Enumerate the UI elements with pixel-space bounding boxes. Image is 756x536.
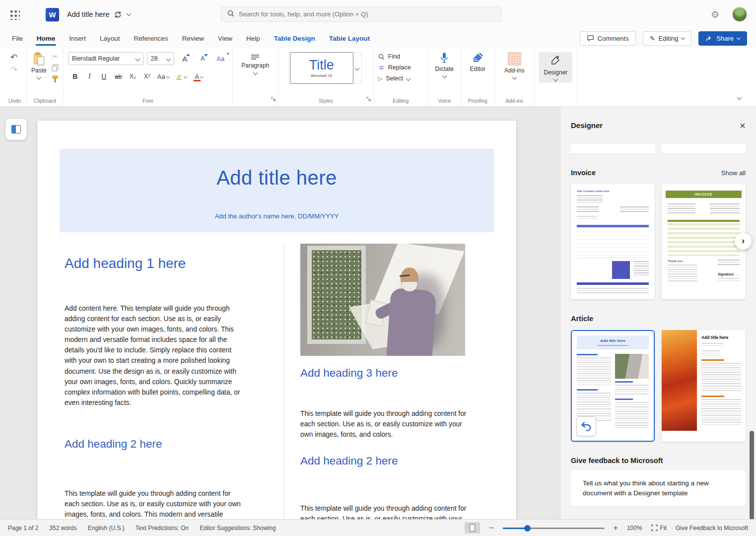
tab-table-layout[interactable]: Table Layout — [322, 29, 377, 48]
text-predictions-status[interactable]: Text Predictions: On — [136, 525, 189, 532]
word-count-status[interactable]: 352 words — [49, 525, 76, 532]
editor-button[interactable]: Editor — [470, 52, 485, 72]
tab-file[interactable]: File — [5, 29, 30, 48]
redo-button[interactable]: ↷ — [10, 66, 17, 74]
bold-button[interactable]: B — [68, 70, 82, 82]
doc-body-paragraph[interactable]: This template will guide you through add… — [65, 488, 244, 519]
paragraph-icon — [251, 54, 260, 60]
shrink-font-button[interactable]: A — [196, 53, 210, 65]
change-case-button[interactable]: Aa — [154, 70, 172, 82]
feedback-link[interactable]: Give Feedback to Microsoft — [676, 525, 748, 532]
tab-layout[interactable]: Layout — [93, 29, 127, 48]
underline-button[interactable]: U — [97, 70, 111, 82]
designer-button[interactable]: Designer — [539, 52, 572, 83]
italic-button[interactable]: I — [82, 70, 97, 82]
document-left-column[interactable]: Add heading 1 here Add content here. Thi… — [65, 256, 244, 519]
styles-dialog-launcher-icon[interactable] — [366, 94, 371, 103]
revert-design-button[interactable] — [576, 416, 596, 436]
editor-suggestions-status[interactable]: Editor Suggestions: Showing — [200, 525, 275, 532]
document-title-text[interactable]: Add title here — [216, 167, 337, 189]
highlight-icon — [176, 73, 183, 80]
paragraph-dialog-launcher-icon[interactable] — [271, 94, 275, 103]
collapse-ribbon-chevron[interactable] — [738, 92, 741, 101]
tab-home[interactable]: Home — [30, 29, 63, 48]
document-title-banner[interactable]: Add title here Add the author's name her… — [60, 149, 494, 232]
styles-gallery-chevron[interactable] — [353, 52, 362, 84]
replace-button[interactable]: Replace — [378, 64, 411, 71]
autosave-status-icon[interactable] — [114, 10, 122, 19]
tab-references[interactable]: References — [127, 29, 175, 48]
undo-button[interactable]: ↶ — [10, 53, 17, 62]
find-icon — [378, 54, 385, 60]
zoom-in-button[interactable]: + — [614, 524, 618, 532]
undo-group: ↶ ↷ Undo — [3, 48, 27, 106]
highlight-button[interactable] — [172, 70, 190, 82]
editing-mode-button[interactable]: ✎ Editing — [643, 31, 692, 46]
tab-help[interactable]: Help — [239, 29, 267, 48]
find-button[interactable]: Find — [378, 53, 411, 60]
search-bar[interactable] — [221, 6, 501, 22]
document-name-chevron-icon[interactable] — [127, 11, 132, 16]
zoom-slider[interactable] — [503, 524, 605, 532]
doc-body-paragraph[interactable]: Add content here. This template will gui… — [65, 303, 244, 408]
text-effects-button[interactable]: Aa✦ — [213, 53, 228, 65]
doc-heading-2-left[interactable]: Add heading 2 here — [65, 438, 244, 451]
font-size-select[interactable]: 28 — [147, 52, 174, 65]
document-photo[interactable] — [300, 244, 465, 356]
grow-font-button[interactable]: A — [178, 53, 192, 65]
mini-photo — [615, 354, 649, 379]
article-section-title: Article — [571, 315, 593, 323]
page-count-status[interactable]: Page 1 of 2 — [8, 525, 38, 532]
strikethrough-button[interactable]: ab — [111, 70, 126, 82]
fit-button[interactable]: Fit — [651, 525, 667, 532]
article-template-thumbnail-2[interactable]: Add title here — [662, 330, 746, 442]
app-launcher-icon[interactable] — [9, 9, 20, 20]
document-name[interactable]: Add title here — [67, 10, 109, 18]
account-avatar[interactable] — [732, 7, 747, 22]
settings-gear-icon[interactable]: ⚙ — [711, 9, 719, 20]
copy-button[interactable] — [52, 64, 59, 71]
cut-button[interactable]: ✂ — [52, 53, 59, 60]
addins-button[interactable]: Add-ins — [504, 52, 525, 79]
font-name-select[interactable]: Bierstadt Regular — [68, 52, 143, 65]
doc-heading-2-right[interactable]: Add heading 2 here — [300, 455, 469, 468]
page-navigation-toggle-button[interactable] — [5, 119, 27, 140]
tab-table-design[interactable]: Table Design — [267, 29, 322, 48]
language-status[interactable]: English (U.S.) — [88, 525, 125, 532]
doc-heading-3[interactable]: Add heading 3 here — [300, 367, 469, 380]
superscript-button[interactable]: X² — [140, 70, 154, 82]
font-color-button[interactable]: A — [190, 70, 208, 82]
view-mode-button[interactable] — [465, 522, 480, 534]
word-logo[interactable]: W — [46, 8, 59, 21]
tab-review[interactable]: Review — [175, 29, 211, 48]
paste-button[interactable]: Paste — [31, 52, 47, 79]
paragraph-button[interactable]: Paragraph — [241, 52, 269, 74]
invoice-template-thumbnail-2[interactable]: INVOICE Thank you Sign — [662, 184, 746, 299]
dictate-button[interactable]: Dictate — [435, 52, 454, 77]
document-page[interactable]: Add title here Add the author's name her… — [37, 121, 516, 519]
search-input[interactable] — [239, 10, 495, 18]
zoom-level[interactable]: 100% — [627, 525, 642, 532]
share-button[interactable]: Share — [698, 31, 747, 46]
format-painter-button[interactable] — [52, 75, 59, 83]
style-preview-title[interactable]: Title Bierstadt 28 — [290, 52, 353, 84]
feedback-card[interactable]: Tell us what you think about starting a … — [571, 470, 746, 506]
zoom-slider-knob[interactable] — [524, 525, 531, 532]
comments-button[interactable]: Comments — [580, 31, 636, 46]
zoom-out-button[interactable]: − — [489, 524, 493, 532]
tab-insert[interactable]: Insert — [62, 29, 93, 48]
document-right-column[interactable]: Add heading 3 here This template will gu… — [300, 244, 469, 519]
tab-view[interactable]: View — [211, 29, 239, 48]
select-button[interactable]: ▷ Select — [378, 75, 411, 82]
close-icon[interactable]: × — [740, 120, 746, 131]
panel-scrollbar-thumb[interactable] — [750, 431, 754, 519]
next-templates-button[interactable]: › — [735, 233, 752, 250]
doc-heading-1[interactable]: Add heading 1 here — [65, 256, 244, 271]
article-template-thumbnail-selected[interactable]: Add title here — [571, 330, 655, 442]
document-author-line[interactable]: Add the author's name here. DD/MM/YYYY — [215, 212, 339, 220]
show-all-link[interactable]: Show all — [721, 169, 746, 177]
invoice-template-thumbnail-1[interactable]: Add company name here — [571, 184, 655, 299]
subscript-button[interactable]: X₂ — [126, 70, 140, 82]
doc-body-paragraph[interactable]: This template will guide you through add… — [300, 408, 469, 440]
doc-body-paragraph[interactable]: This template will guide you through add… — [300, 503, 469, 519]
